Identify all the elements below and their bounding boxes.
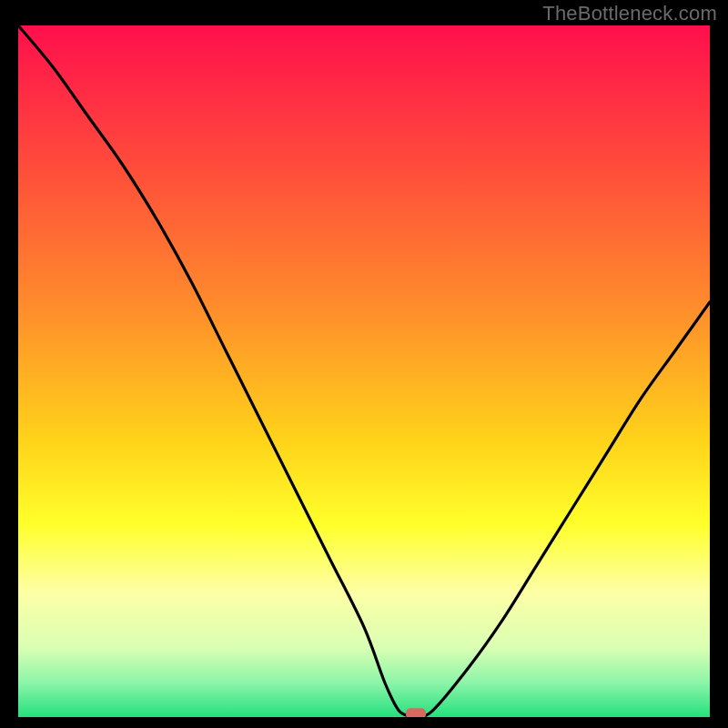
watermark-text: TheBottleneck.com <box>542 2 717 25</box>
optimal-point-marker <box>406 708 426 717</box>
plot-background <box>18 25 710 717</box>
chart-frame: TheBottleneck.com <box>0 0 728 728</box>
bottleneck-chart <box>18 25 710 717</box>
